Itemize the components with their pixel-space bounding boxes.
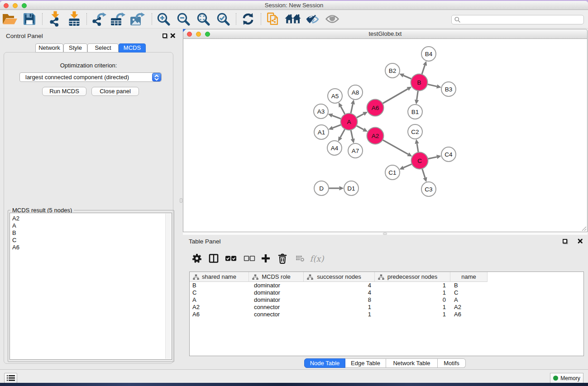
edge-A-A3[interactable]	[332, 115, 341, 119]
graph-node-B3[interactable]: B3	[441, 82, 456, 96]
criterion-dropdown[interactable]: largest connected component (directed)	[19, 72, 162, 82]
refresh-view-button[interactable]	[242, 13, 255, 26]
close-panel-button[interactable]: Close panel	[91, 87, 139, 96]
mcds-result-item[interactable]: A6	[12, 244, 172, 251]
zoom-fit-button[interactable]	[196, 12, 210, 26]
edge-C-C4[interactable]	[428, 157, 437, 159]
left-divider-grip[interactable]	[180, 198, 182, 203]
tab-motifs[interactable]: Motifs	[438, 358, 466, 368]
mcds-result-item[interactable]: B	[12, 229, 172, 237]
show-columns-button[interactable]	[209, 254, 219, 263]
export-image-button[interactable]	[129, 12, 145, 26]
search-input[interactable]	[461, 16, 583, 24]
delete-table-button[interactable]	[296, 255, 305, 262]
save-session-button[interactable]	[23, 12, 36, 26]
run-mcds-button[interactable]: Run MCDS	[42, 87, 86, 96]
show-home-networks-button[interactable]	[285, 13, 301, 25]
table-close-panel-icon[interactable]	[578, 238, 583, 244]
zoom-out-button[interactable]	[177, 12, 190, 26]
edge-C-C2[interactable]	[417, 143, 418, 152]
graph-node-D1[interactable]: D1	[344, 181, 359, 195]
tab-edge-table[interactable]: Edge Table	[345, 358, 386, 368]
edge-A-A6[interactable]	[357, 114, 364, 118]
edge-B-B3[interactable]	[428, 84, 437, 86]
table-row[interactable]: Bdominator41B	[190, 282, 583, 289]
close-panel-icon[interactable]	[170, 33, 176, 38]
resize-grip-icon[interactable]	[581, 226, 587, 231]
graph-node-B4[interactable]: B4	[421, 47, 436, 61]
edge-B-B4[interactable]	[422, 65, 425, 74]
result-scrollbar[interactable]	[165, 214, 171, 359]
edge-A2-C[interactable]	[383, 140, 408, 154]
graph-node-A2[interactable]: A2	[367, 128, 384, 144]
graph-node-A4[interactable]: A4	[327, 141, 342, 155]
open-session-button[interactable]	[1, 13, 18, 25]
graph-node-A8[interactable]: A8	[348, 85, 363, 100]
graph-node-C2[interactable]: C2	[408, 124, 422, 139]
add-column-button[interactable]	[261, 254, 271, 263]
graph-node-C1[interactable]: C1	[385, 165, 400, 180]
export-network-button[interactable]	[92, 12, 106, 26]
tab-network-table[interactable]: Network Table	[386, 358, 438, 368]
graph-node-C[interactable]: C	[411, 152, 428, 169]
graph-node-C4[interactable]: C4	[441, 147, 456, 162]
tab-network[interactable]: Network	[35, 43, 63, 52]
edge-A-A5[interactable]	[341, 106, 345, 114]
edge-A-A4[interactable]	[340, 129, 345, 138]
edge-A-A1[interactable]	[333, 125, 341, 128]
show-graphics-details-button[interactable]	[325, 14, 339, 24]
table-settings-button[interactable]	[192, 253, 202, 263]
table-row[interactable]: A2connector11A2	[190, 304, 583, 311]
graph-node-A7[interactable]: A7	[348, 143, 363, 158]
graph-node-C3[interactable]: C3	[421, 182, 436, 196]
column-header-shared-name[interactable]: shared name	[190, 272, 249, 282]
mcds-result-item[interactable]: A	[12, 222, 172, 229]
function-builder-button[interactable]: f(x)	[310, 254, 324, 263]
mcds-result-item[interactable]: A2	[12, 215, 172, 222]
tab-mcds[interactable]: MCDS	[119, 43, 146, 52]
edge-A-A7[interactable]	[351, 130, 353, 139]
delete-columns-button[interactable]	[277, 253, 287, 264]
float-panel-icon[interactable]	[163, 33, 167, 38]
import-table-button[interactable]	[68, 11, 81, 27]
import-network-button[interactable]	[49, 11, 61, 27]
graph-node-B1[interactable]: B1	[408, 105, 422, 119]
column-header-name[interactable]: name	[450, 272, 488, 282]
table-float-panel-icon[interactable]	[563, 239, 567, 243]
edge-A-A2[interactable]	[357, 126, 364, 129]
mcds-result-list[interactable]: A2ABCA6	[10, 213, 172, 360]
table-row[interactable]: Adominator80A	[190, 296, 583, 304]
graph-node-A1[interactable]: A1	[314, 125, 329, 139]
clone-network-button[interactable]	[267, 12, 280, 26]
graph-node-A5[interactable]: A5	[328, 89, 342, 103]
table-row[interactable]: Cdominator41C	[190, 289, 583, 296]
tab-node-table[interactable]: Node Table	[304, 358, 345, 368]
select-all-columns-button[interactable]	[225, 256, 237, 262]
edge-C-C1[interactable]	[403, 164, 411, 168]
graph-node-A6[interactable]: A6	[367, 100, 384, 116]
table-row[interactable]: A6connector11A6	[190, 311, 583, 318]
edge-A-A8[interactable]	[351, 104, 353, 114]
memory-button[interactable]: Memory	[550, 373, 583, 383]
graph-node-B[interactable]: B	[411, 74, 428, 91]
edge-B-B2[interactable]	[403, 76, 411, 79]
tab-style[interactable]: Style	[63, 43, 87, 52]
zoom-selected-button[interactable]	[216, 12, 230, 26]
graph-node-A[interactable]: A	[341, 114, 358, 130]
unselect-all-columns-button[interactable]	[244, 256, 255, 262]
edge-C-C3[interactable]	[422, 169, 425, 178]
tab-select[interactable]: Select	[87, 43, 119, 52]
graph-node-A3[interactable]: A3	[314, 104, 328, 119]
mcds-result-item[interactable]: C	[12, 237, 172, 244]
zoom-in-button[interactable]	[157, 12, 170, 26]
graph-node-B2[interactable]: B2	[385, 63, 400, 78]
edge-B-B1[interactable]	[417, 91, 418, 100]
column-header-MCDS-role[interactable]: MCDS role	[249, 272, 304, 282]
hide-graphics-details-button[interactable]	[306, 13, 319, 25]
network-canvas[interactable]: AA1A3A4A5A7A8A6A2BB1B2B3B4CC1C2C3C4DD1	[183, 39, 588, 232]
export-table-button[interactable]	[110, 12, 125, 26]
edge-A6-B[interactable]	[383, 89, 408, 104]
show-panels-button[interactable]	[4, 373, 17, 383]
column-header-successor-nodes[interactable]: successor nodes	[304, 272, 375, 282]
graph-node-D[interactable]: D	[314, 181, 329, 195]
